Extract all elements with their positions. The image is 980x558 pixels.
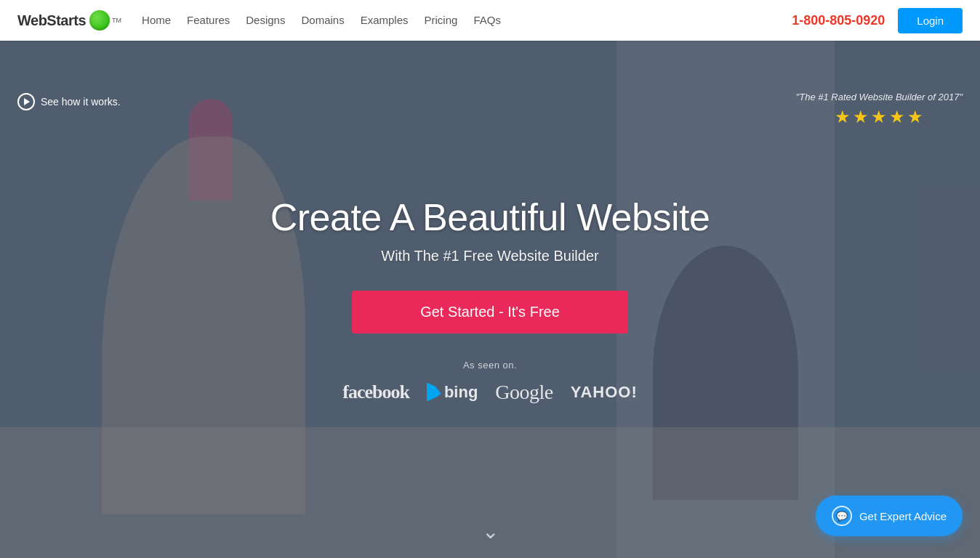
login-button[interactable]: Login [898, 8, 963, 33]
hero-section: See how it works. "The #1 Rated Website … [0, 41, 980, 558]
phone-number[interactable]: 1-800-805-0920 [792, 13, 885, 28]
navbar: WebStarts TM Home Features Designs Domai… [0, 0, 980, 41]
star-4: ★ [889, 107, 905, 127]
nav-item-designs[interactable]: Designs [246, 14, 285, 27]
see-how-label: See how it works. [41, 96, 121, 108]
scroll-down-chevron[interactable]: ⌄ [482, 519, 499, 543]
play-circle-icon [17, 93, 35, 110]
hero-subtitle: With The #1 Free Website Builder [270, 248, 710, 264]
nav-link-domains[interactable]: Domains [301, 14, 344, 26]
hero-content: Create A Beautiful Website With The #1 F… [256, 195, 725, 404]
expert-advice-label: Get Expert Advice [859, 510, 947, 522]
chat-bubbles-icon: 💬 [836, 512, 848, 521]
logo-dot-icon [89, 10, 110, 31]
nav-item-pricing[interactable]: Pricing [425, 14, 458, 27]
star-3: ★ [871, 107, 887, 127]
nav-links: Home Features Designs Domains Examples P… [142, 14, 792, 27]
as-seen-on-label: As seen on. [270, 360, 710, 371]
nav-item-examples[interactable]: Examples [361, 14, 409, 27]
chat-icon: 💬 [832, 506, 852, 526]
logo[interactable]: WebStarts TM [17, 10, 121, 31]
star-1: ★ [835, 107, 851, 127]
nav-item-domains[interactable]: Domains [301, 14, 344, 27]
facebook-logo: facebook [342, 381, 409, 403]
nav-item-faqs[interactable]: FAQs [473, 14, 501, 27]
brand-logos: facebook bing Google YAHOO! [270, 381, 710, 404]
bing-icon [427, 383, 441, 402]
rating-area: "The #1 Rated Website Builder of 2017" ★… [796, 92, 963, 127]
google-logo: Google [495, 381, 553, 404]
nav-link-pricing[interactable]: Pricing [425, 14, 458, 26]
nav-item-home[interactable]: Home [142, 14, 171, 27]
logo-tm: TM [112, 17, 121, 24]
see-how-works[interactable]: See how it works. [17, 93, 121, 110]
nav-link-examples[interactable]: Examples [361, 14, 409, 26]
play-triangle-icon [24, 98, 30, 105]
hero-title: Create A Beautiful Website [270, 195, 710, 239]
star-2: ★ [853, 107, 869, 127]
get-started-button[interactable]: Get Started - It's Free [352, 291, 628, 333]
nav-item-features[interactable]: Features [187, 14, 230, 27]
bing-logo: bing [427, 383, 478, 402]
nav-link-home[interactable]: Home [142, 14, 171, 26]
nav-link-features[interactable]: Features [187, 14, 230, 26]
bing-label: bing [444, 383, 478, 402]
nav-link-designs[interactable]: Designs [246, 14, 285, 26]
star-5: ★ [907, 107, 923, 127]
expert-advice-button[interactable]: 💬 Get Expert Advice [816, 496, 963, 536]
star-rating: ★ ★ ★ ★ ★ [796, 107, 963, 127]
nav-link-faqs[interactable]: FAQs [473, 14, 501, 26]
yahoo-logo: YAHOO! [571, 383, 638, 402]
logo-text: WebStarts [17, 12, 86, 29]
rating-text: "The #1 Rated Website Builder of 2017" [796, 92, 963, 102]
